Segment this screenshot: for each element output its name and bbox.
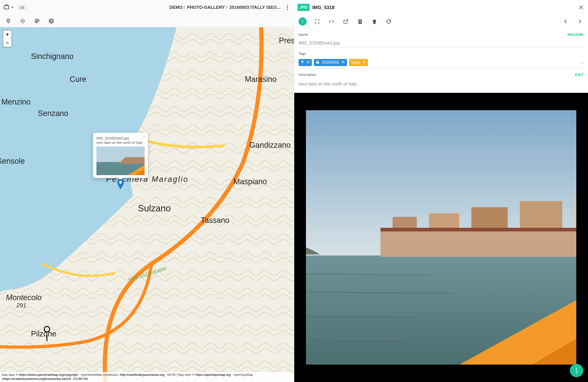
tag-geo[interactable] xyxy=(298,59,312,66)
tags-expand-button[interactable]: ⌄ xyxy=(580,60,584,65)
image-preview[interactable] xyxy=(294,93,588,382)
zoom-out-button[interactable]: − xyxy=(3,39,11,47)
description-text: Iseo lake on the north of Italy xyxy=(298,78,584,88)
edit-description-button[interactable]: EDIT xyxy=(575,73,584,77)
svg-rect-64 xyxy=(574,195,576,231)
svg-rect-59 xyxy=(381,230,576,257)
topbar: ▼ 25 DEMO/ PHOTO-GALLERY/ 20160603 ITALL… xyxy=(0,0,294,15)
svg-rect-0 xyxy=(4,6,9,9)
tag-rating[interactable]: 5star xyxy=(349,59,368,66)
chevron-down-icon: ▼ xyxy=(11,6,14,9)
svg-point-13 xyxy=(36,20,37,20)
name-input[interactable] xyxy=(298,38,584,48)
tags-row[interactable]: 20160603 5star ⌄ xyxy=(298,57,584,69)
svg-point-75 xyxy=(576,370,577,371)
svg-point-44 xyxy=(302,20,303,21)
svg-text:Sinchignano: Sinchignano xyxy=(31,52,74,61)
tag-remove-icon[interactable] xyxy=(362,60,366,65)
preview-image xyxy=(306,110,576,365)
popup-thumbnail[interactable] xyxy=(96,147,145,175)
svg-text:Sensole: Sensole xyxy=(0,157,25,165)
breadcrumb-seg[interactable]: DEMO xyxy=(169,5,183,10)
breadcrumb-seg[interactable]: 20160603 ITALLY ISEO... xyxy=(229,5,281,10)
svg-point-76 xyxy=(576,372,577,373)
prev-button[interactable] xyxy=(562,18,569,25)
svg-text:Marasino: Marasino xyxy=(245,75,276,84)
zoom-control: + − xyxy=(3,30,12,47)
details-title: IMG_5318 xyxy=(312,5,335,10)
help-button[interactable]: ? xyxy=(48,17,55,24)
tag-date[interactable]: 20160603 xyxy=(314,59,347,66)
breadcrumb[interactable]: DEMO/ PHOTO-GALLERY/ 20160603 ITALLY ISE… xyxy=(30,5,281,10)
zoom-in-button[interactable]: + xyxy=(3,31,11,39)
tag-remove-icon[interactable] xyxy=(306,60,310,65)
map[interactable]: Sinchignano Cure Menzino Senzano Sensole… xyxy=(0,27,294,382)
map-marker[interactable] xyxy=(117,179,124,191)
delete-button[interactable] xyxy=(371,18,378,25)
svg-text:+: + xyxy=(8,19,9,21)
palette-button[interactable] xyxy=(33,17,41,24)
popup-title: IMG_5318[5star].jpg xyxy=(96,136,145,140)
svg-text:Presso: Presso xyxy=(279,36,294,45)
svg-point-12 xyxy=(36,20,36,21)
details-fields: Name RENAME Tags 20160603 5star ⌄ De xyxy=(294,28,588,92)
filetype-badge: JPG xyxy=(297,4,310,11)
next-button[interactable] xyxy=(576,18,584,25)
add-pin-button[interactable]: + xyxy=(5,17,12,24)
fullscreen-button[interactable] xyxy=(313,18,321,25)
close-panel-button[interactable] xyxy=(578,4,585,11)
description-label: Description xyxy=(298,73,316,77)
name-label: Name xyxy=(298,32,308,37)
tag-text: 20160603 xyxy=(321,60,339,65)
details-pane: JPG IMG_5318 xyxy=(294,0,588,382)
svg-point-2 xyxy=(287,7,288,8)
svg-point-7 xyxy=(22,21,23,22)
more-menu-button[interactable] xyxy=(284,2,291,13)
svg-text:Cure: Cure xyxy=(70,75,86,84)
rename-button[interactable]: RENAME xyxy=(567,32,584,37)
pin-icon xyxy=(300,60,304,65)
tags-label: Tags xyxy=(298,52,306,56)
popup-close-button[interactable]: × xyxy=(143,134,146,140)
svg-point-15 xyxy=(38,21,39,21)
svg-text:Montecolo: Montecolo xyxy=(6,293,42,302)
svg-text:Menzino: Menzino xyxy=(1,98,31,106)
open-external-button[interactable] xyxy=(342,18,350,25)
info-tab-button[interactable] xyxy=(298,17,307,25)
svg-point-41 xyxy=(119,181,122,184)
code-button[interactable] xyxy=(328,18,335,25)
svg-rect-50 xyxy=(316,61,319,62)
popup-description: Iseo lake on the north of Italy xyxy=(96,141,145,145)
svg-text:Sulzano: Sulzano xyxy=(138,203,171,213)
svg-point-14 xyxy=(38,20,38,20)
map-toolbar: + ? xyxy=(0,15,294,27)
svg-rect-63 xyxy=(520,201,563,232)
svg-text:Senzano: Senzano xyxy=(38,109,68,118)
details-header: JPG IMG_5318 xyxy=(294,0,588,15)
svg-point-74 xyxy=(576,368,577,369)
workspace-switcher[interactable]: ▼ xyxy=(3,4,14,11)
svg-text:Gandizzano: Gandizzano xyxy=(249,141,291,149)
svg-rect-67 xyxy=(381,228,576,231)
fab-menu-button[interactable] xyxy=(570,364,583,377)
map-tiles: Sinchignano Cure Menzino Senzano Sensole… xyxy=(0,27,294,382)
locate-button[interactable] xyxy=(19,17,26,24)
map-attribution: Map data: © https://www.openstreetmap.or… xyxy=(0,372,294,382)
item-count-chip[interactable]: 25 xyxy=(17,4,27,10)
details-toolbar xyxy=(294,15,588,28)
svg-text:?: ? xyxy=(50,19,52,23)
svg-rect-46 xyxy=(373,20,376,21)
svg-rect-45 xyxy=(302,21,303,23)
refresh-button[interactable] xyxy=(385,18,393,25)
tag-text: 5star xyxy=(351,60,360,65)
map-popup: × IMG_5318[5star].jpg Iseo lake on the n… xyxy=(93,133,148,178)
svg-text:Maspiano: Maspiano xyxy=(233,177,267,186)
svg-text:Tassano: Tassano xyxy=(201,216,230,225)
calendar-icon xyxy=(316,60,319,65)
briefcase-icon xyxy=(3,4,10,11)
download-button[interactable] xyxy=(356,18,364,25)
breadcrumb-seg[interactable]: PHOTO-GALLERY xyxy=(187,5,225,10)
svg-point-3 xyxy=(287,9,288,10)
tag-remove-icon[interactable] xyxy=(341,60,345,65)
svg-text:Pilzone: Pilzone xyxy=(31,330,56,338)
